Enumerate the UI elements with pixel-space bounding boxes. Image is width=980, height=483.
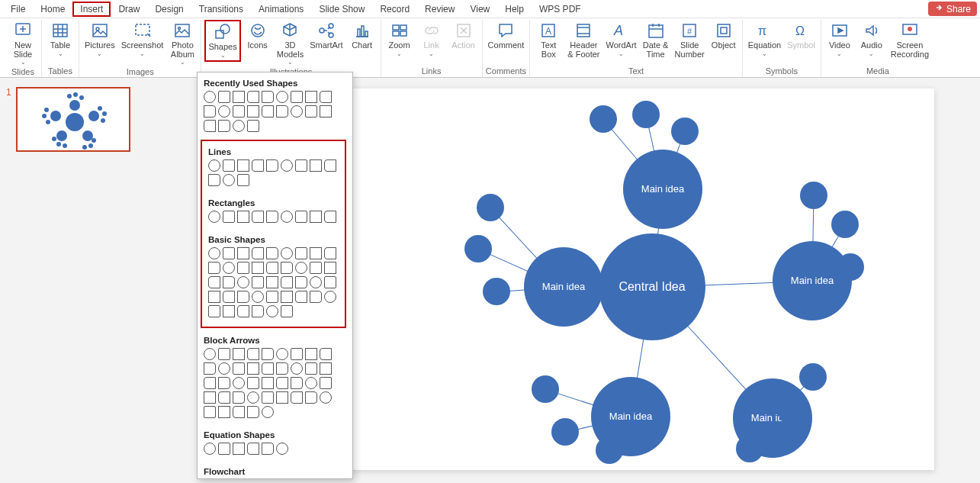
shape-item[interactable] [276,91,288,103]
shape-item[interactable] [247,377,259,389]
shape-item[interactable] [233,91,245,103]
shape-item[interactable] [281,305,293,317]
shape-item[interactable] [324,211,336,223]
shape-item[interactable] [262,362,274,375]
shape-item[interactable] [295,291,307,303]
sub-idea-bubble[interactable] [800,182,827,209]
shape-item[interactable] [208,211,220,223]
zoom-button[interactable]: Zoom⌄ [384,20,415,59]
shape-item[interactable] [320,362,332,375]
shape-item[interactable] [247,348,259,360]
photo-album-button[interactable]: Photo Album⌄ [167,20,198,67]
shape-item[interactable] [295,276,307,288]
shape-item[interactable] [295,159,307,172]
screen-recording-button[interactable]: Screen Recording [888,20,931,60]
shape-item[interactable] [281,291,293,303]
shape-item[interactable] [233,362,245,375]
shape-item[interactable] [310,262,322,274]
shape-item[interactable] [237,276,249,288]
shape-item[interactable] [262,377,274,389]
shape-item[interactable] [262,105,274,118]
chart-button[interactable]: Chart [347,20,378,52]
shape-item[interactable] [295,262,307,274]
shape-item[interactable] [223,211,235,223]
shape-item[interactable] [320,348,332,360]
shape-item[interactable] [218,443,230,455]
header-footer-button[interactable]: Header & Footer [565,20,602,60]
shape-item[interactable] [223,247,235,259]
shape-item[interactable] [291,362,303,375]
shape-item[interactable] [266,211,278,223]
sub-idea-bubble[interactable] [477,194,504,221]
tab-draw[interactable]: Draw [111,2,147,17]
shape-item[interactable] [281,247,293,259]
shape-item[interactable] [218,120,230,132]
shape-item[interactable] [324,262,336,274]
shape-item[interactable] [247,391,259,404]
shape-item[interactable] [204,362,216,375]
shape-item[interactable] [252,276,264,288]
new-slide-button[interactable]: New Slide⌄ [8,20,38,67]
shape-item[interactable] [237,262,249,274]
sub-idea-bubble[interactable] [551,418,579,446]
slide-number-button[interactable]: #Slide Number [673,20,707,60]
shape-item[interactable] [266,262,278,274]
date-time-button[interactable]: Date & Time [641,20,671,60]
icons-button[interactable]: Icons [243,20,273,52]
video-button[interactable]: Video⌄ [824,20,855,59]
shape-item[interactable] [310,291,322,303]
shape-item[interactable] [252,211,264,223]
shape-item[interactable] [281,211,293,223]
shape-item[interactable] [223,276,235,288]
shape-item[interactable] [305,362,317,375]
shape-item[interactable] [291,105,303,118]
tab-animations[interactable]: Animations [251,2,311,17]
shape-item[interactable] [233,391,245,404]
shape-item[interactable] [223,305,235,317]
main-idea-bubble[interactable]: Main idea [773,241,852,320]
shape-item[interactable] [223,262,235,274]
tab-review[interactable]: Review [417,2,462,17]
shape-item[interactable] [291,91,303,103]
sub-idea-bubble[interactable] [799,363,827,391]
shape-item[interactable] [237,291,249,303]
object-button[interactable]: Object [708,20,739,52]
shape-item[interactable] [305,91,317,103]
shape-item[interactable] [262,406,274,418]
shape-item[interactable] [218,105,230,118]
shape-item[interactable] [281,262,293,274]
tab-wps-pdf[interactable]: WPS PDF [532,2,589,17]
share-button[interactable]: Share [928,2,977,16]
shape-item[interactable] [204,406,216,418]
comment-button[interactable]: Comment [486,20,527,52]
shape-item[interactable] [320,105,332,118]
shape-item[interactable] [252,291,264,303]
shape-item[interactable] [262,391,274,404]
sub-idea-bubble[interactable] [596,436,623,464]
tab-insert[interactable]: Insert [72,2,111,17]
shape-item[interactable] [262,348,274,360]
shape-item[interactable] [266,276,278,288]
shape-item[interactable] [310,159,322,172]
shapes-dropdown[interactable]: Recently Used ShapesLinesRectanglesBasic… [197,72,353,479]
3d-models-button[interactable]: 3D Models⌄ [275,20,306,67]
shape-item[interactable] [295,211,307,223]
shape-item[interactable] [218,391,230,404]
shape-item[interactable] [266,159,278,172]
shape-item[interactable] [223,291,235,303]
tab-home[interactable]: Home [33,2,72,17]
shape-item[interactable] [223,174,235,186]
pictures-button[interactable]: Pictures⌄ [82,20,117,59]
shape-item[interactable] [266,247,278,259]
shape-item[interactable] [276,377,288,389]
shape-item[interactable] [324,276,336,288]
shape-item[interactable] [276,391,288,404]
shape-item[interactable] [237,174,249,186]
shape-item[interactable] [233,348,245,360]
tab-transitions[interactable]: Transitions [191,2,251,17]
shape-item[interactable] [208,305,220,317]
shape-item[interactable] [305,348,317,360]
shape-item[interactable] [295,247,307,259]
shape-item[interactable] [266,305,278,317]
equation-button[interactable]: πEquation⌄ [746,20,783,59]
